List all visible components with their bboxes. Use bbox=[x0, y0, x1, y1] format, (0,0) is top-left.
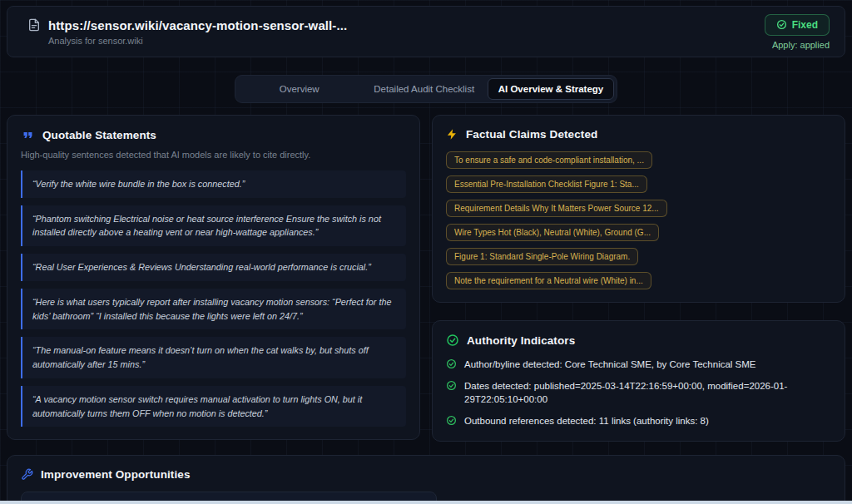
authority-list: Author/byline detected: Core Technical S… bbox=[446, 358, 831, 428]
authority-item-text: Author/byline detected: Core Technical S… bbox=[464, 358, 756, 372]
document-icon bbox=[27, 18, 41, 32]
claim-chip[interactable]: Essential Pre-Installation Checklist Fig… bbox=[446, 175, 647, 193]
quote-item: “A vacancy motion sensor switch requires… bbox=[21, 386, 406, 427]
page: https://sensor.wiki/vacancy-motion-senso… bbox=[0, 6, 852, 504]
header-subtitle: Analysis for sensor.wiki bbox=[48, 36, 347, 46]
authority-item-text: Dates detected: published=2025-03-14T22:… bbox=[464, 379, 831, 407]
improvement-opportunities-panel: Improvement Opportunities Optional: if y… bbox=[7, 455, 845, 504]
quotable-subtitle: High-quality sentences detected that AI … bbox=[21, 150, 406, 160]
quote-item: “Verify the white wire bundle in the box… bbox=[21, 170, 406, 198]
claim-chip[interactable]: Wire Types Hot (Black), Neutral (White),… bbox=[446, 224, 659, 241]
page-bottom-strip bbox=[0, 501, 852, 504]
claim-chip[interactable]: To ensure a safe and code-compliant inst… bbox=[446, 151, 652, 169]
authority-item-text: Outbound references detected: 11 links (… bbox=[464, 414, 709, 428]
page-url[interactable]: https://sensor.wiki/vacancy-motion-senso… bbox=[48, 18, 347, 32]
header-left: https://sensor.wiki/vacancy-motion-senso… bbox=[27, 18, 347, 46]
authority-item: Outbound references detected: 11 links (… bbox=[446, 414, 831, 428]
quote-list: “Verify the white wire bundle in the box… bbox=[21, 170, 406, 427]
apply-status: Apply: applied bbox=[772, 40, 830, 50]
tab[interactable]: Overview bbox=[238, 78, 361, 100]
fixed-status-badge[interactable]: Fixed bbox=[765, 14, 830, 36]
quote-item: “Phantom switching Electrical noise or h… bbox=[21, 205, 406, 246]
right-column: Factual Claims Detected To ensure a safe… bbox=[432, 115, 845, 442]
quote-item: “Real User Experiences & Reviews Underst… bbox=[21, 254, 406, 281]
claim-chip-list: To ensure a safe and code-compliant inst… bbox=[446, 151, 831, 289]
header-card: https://sensor.wiki/vacancy-motion-senso… bbox=[7, 6, 845, 57]
check-circle-icon bbox=[446, 358, 457, 369]
tab[interactable]: Detailed Audit Checklist bbox=[363, 78, 486, 100]
fixed-badge-label: Fixed bbox=[792, 19, 818, 31]
lightning-icon bbox=[446, 128, 458, 141]
quote-icon bbox=[21, 128, 35, 142]
factual-claims-panel: Factual Claims Detected To ensure a safe… bbox=[432, 115, 845, 303]
authority-indicators-panel: Authority Indicators Author/byline detec… bbox=[432, 320, 845, 442]
claim-chip[interactable]: Requirement Details Why It Matters Power… bbox=[446, 200, 667, 217]
claim-chip[interactable]: Figure 1: Standard Single-Pole Wiring Di… bbox=[446, 248, 638, 265]
authority-item: Author/byline detected: Core Technical S… bbox=[446, 358, 831, 372]
tab-bar: Overview Detailed Audit Checklist AI Ove… bbox=[235, 75, 618, 103]
header-right: Fixed Apply: applied bbox=[765, 14, 830, 50]
quote-item: “Here is what users typically report aft… bbox=[21, 289, 406, 329]
tab[interactable]: AI Overview & Strategy bbox=[488, 78, 615, 100]
authority-item: Dates detected: published=2025-03-14T22:… bbox=[446, 379, 831, 407]
check-circle-icon bbox=[446, 380, 457, 391]
check-circle-icon bbox=[446, 334, 459, 347]
improvement-title: Improvement Opportunities bbox=[41, 468, 191, 481]
check-circle-icon bbox=[776, 19, 787, 30]
main-content: Quotable Statements High-quality sentenc… bbox=[7, 115, 845, 442]
wrench-icon bbox=[21, 468, 33, 481]
authority-title: Authority Indicators bbox=[467, 334, 575, 347]
factual-claims-title: Factual Claims Detected bbox=[466, 128, 597, 141]
quotable-title: Quotable Statements bbox=[42, 129, 156, 141]
claim-chip[interactable]: Note the requirement for a Neutral wire … bbox=[446, 272, 651, 289]
check-circle-icon bbox=[446, 415, 457, 426]
quotable-statements-panel: Quotable Statements High-quality sentenc… bbox=[7, 115, 420, 440]
quote-item: “The manual-on feature means it doesn’t … bbox=[21, 337, 406, 378]
